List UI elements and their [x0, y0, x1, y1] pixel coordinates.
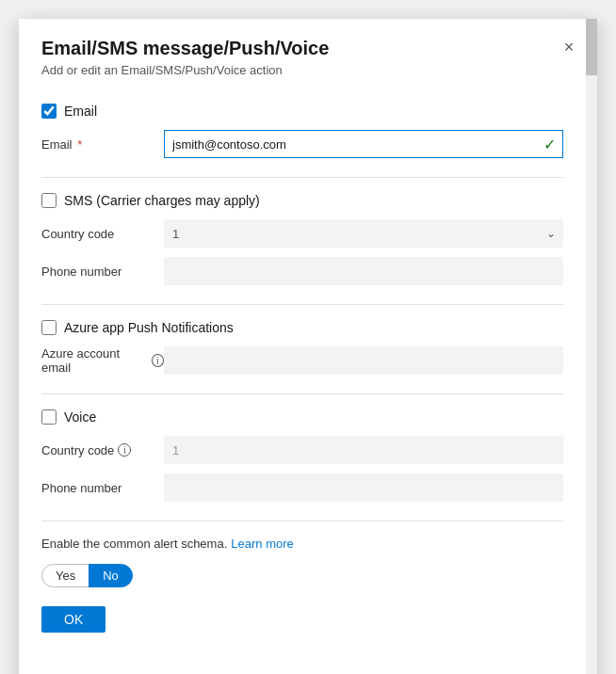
voice-phone-input[interactable]: [164, 473, 563, 502]
email-input-wrapper: ✓: [164, 130, 563, 158]
email-checkbox-label: Email: [64, 104, 97, 119]
sms-checkbox-label: SMS (Carrier charges may apply): [64, 193, 260, 208]
close-button[interactable]: ×: [556, 34, 582, 60]
voice-country-code-row: Country code i: [41, 436, 563, 464]
schema-label: Enable the common alert schema.: [41, 537, 227, 551]
email-field-row: Email * ✓: [41, 130, 563, 158]
toggle-yes-button[interactable]: Yes: [41, 564, 89, 587]
toggle-container: Yes No: [41, 564, 563, 587]
voice-country-code-label: Country code: [41, 443, 114, 457]
push-checkbox[interactable]: [41, 320, 57, 335]
sms-country-code-label: Country code: [41, 227, 164, 241]
dialog-subtitle: Add or edit an Email/SMS/Push/Voice acti…: [41, 63, 575, 77]
divider-3: [41, 393, 563, 394]
sms-phone-row: Phone number: [41, 257, 563, 285]
dialog-title: Email/SMS message/Push/Voice: [41, 38, 575, 59]
scrollbar-thumb[interactable]: [586, 19, 597, 75]
sms-checkbox-row: SMS (Carrier charges may apply): [41, 193, 563, 208]
sms-phone-label: Phone number: [41, 265, 164, 279]
sms-country-code-wrapper: 1 ⌄: [164, 219, 563, 248]
push-email-label: Azure account email: [41, 346, 148, 375]
toggle-no-button[interactable]: No: [89, 564, 133, 587]
voice-country-code-input[interactable]: [164, 436, 563, 464]
email-input[interactable]: [164, 130, 563, 158]
email-label: Email *: [41, 137, 164, 152]
sms-phone-input[interactable]: [164, 257, 563, 285]
dialog-header: Email/SMS message/Push/Voice Add or edit…: [19, 19, 597, 88]
schema-row: Enable the common alert schema. Learn mo…: [41, 537, 563, 551]
push-checkbox-row: Azure app Push Notifications: [41, 320, 563, 335]
push-email-row: Azure account email i: [41, 346, 563, 375]
info-icon-voice: i: [118, 443, 131, 457]
push-email-label-container: Azure account email i: [41, 346, 164, 375]
learn-more-link[interactable]: Learn more: [231, 537, 293, 551]
email-section: Email Email * ✓: [41, 104, 563, 158]
voice-section: Voice Country code i Phone number: [41, 409, 563, 502]
voice-phone-label: Phone number: [41, 481, 164, 495]
divider-2: [41, 304, 563, 305]
check-icon: ✓: [543, 136, 556, 153]
dialog-body: Email Email * ✓ SMS (Carrier charges may…: [19, 88, 597, 674]
push-email-input[interactable]: [164, 346, 563, 375]
scrollbar-track: [586, 19, 597, 674]
dialog: × Email/SMS message/Push/Voice Add or ed…: [19, 19, 597, 674]
voice-checkbox-label: Voice: [64, 409, 96, 425]
divider-1: [41, 177, 563, 178]
sms-section: SMS (Carrier charges may apply) Country …: [41, 193, 563, 285]
push-section: Azure app Push Notifications Azure accou…: [41, 320, 563, 375]
voice-checkbox-row: Voice: [41, 409, 563, 425]
voice-checkbox[interactable]: [41, 409, 57, 425]
divider-4: [41, 521, 563, 522]
sms-country-code-select[interactable]: 1: [164, 219, 563, 248]
email-checkbox-row: Email: [41, 104, 563, 119]
email-checkbox[interactable]: [41, 104, 57, 119]
sms-checkbox[interactable]: [41, 193, 57, 208]
sms-country-code-row: Country code 1 ⌄: [41, 219, 563, 248]
voice-country-code-label-container: Country code i: [41, 443, 164, 457]
ok-button[interactable]: OK: [41, 606, 105, 633]
voice-phone-row: Phone number: [41, 473, 563, 502]
push-checkbox-label: Azure app Push Notifications: [64, 320, 234, 335]
info-icon-push: i: [152, 354, 164, 367]
